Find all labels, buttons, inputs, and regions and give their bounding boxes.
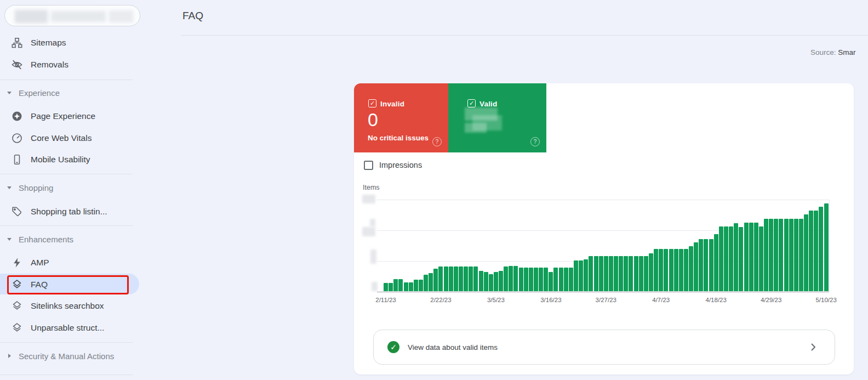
chart-bar: [749, 223, 753, 291]
chart-bar: [639, 256, 643, 291]
chart-bar: [739, 227, 743, 291]
sidebar-item-label: Sitelinks searchbox: [31, 295, 104, 317]
chart-bar: [719, 226, 723, 291]
redacted-y-tick: [370, 219, 375, 226]
chart-bar: [759, 226, 763, 291]
sidebar-item-shopping-tab-listings[interactable]: Shopping tab listin...: [0, 201, 140, 223]
sidebar-item-label: Core Web Vitals: [31, 127, 92, 149]
sidebar-item-amp[interactable]: AMP: [0, 252, 140, 274]
sidebar-item-label: Shopping tab listin...: [31, 201, 107, 223]
chart-bar: [724, 226, 728, 291]
chart-x-tick-label: 3/27/23: [596, 297, 616, 303]
chart-bar: [764, 219, 768, 291]
sidebar-item-label: Page Experience: [31, 105, 95, 127]
sidebar-item-core-web-vitals[interactable]: Core Web Vitals: [0, 127, 140, 149]
help-icon[interactable]: ?: [530, 137, 540, 146]
sidebar-divider: [0, 342, 133, 343]
chart-bar: [409, 282, 413, 291]
sidebar-item-faq[interactable]: FAQ: [0, 274, 140, 296]
sidebar-item-label: Mobile Usability: [31, 149, 90, 171]
view-valid-items-row[interactable]: ✓ View data about valid items: [373, 330, 835, 365]
redacted-y-tick: [370, 249, 376, 264]
eye-off-icon: [12, 59, 22, 70]
tag-icon: [12, 206, 22, 217]
sidebar-item-unparsable-structured-data[interactable]: Unparsable struct...: [0, 317, 140, 339]
invalid-caption: No critical issues: [368, 134, 429, 142]
sidebar-item-removals[interactable]: Removals: [0, 54, 140, 76]
property-selector[interactable]: [4, 5, 140, 26]
sidebar-item-label: Unparsable struct...: [31, 317, 104, 339]
chart-bar: [609, 256, 613, 291]
chart-bar: [553, 268, 558, 291]
chart-bar: [744, 223, 749, 291]
sidebar-item-page-experience[interactable]: Page Experience: [0, 105, 140, 127]
chart-bar: [699, 239, 703, 291]
header-divider: [181, 35, 868, 36]
chart-bar: [429, 273, 433, 291]
chart-bar: [704, 239, 708, 291]
valid-check-icon: ✓: [387, 341, 399, 353]
valid-checkbox-checked[interactable]: ✓: [467, 99, 476, 107]
invalid-label: Invalid: [380, 100, 404, 108]
chart-x-tick-label: 2/22/23: [430, 297, 451, 303]
invalid-status-card[interactable]: ✓ Invalid 0 No critical issues ?: [354, 83, 448, 152]
chart-bar: [579, 260, 583, 291]
rich-result-layers-icon: [12, 300, 22, 311]
chart-bar: [604, 256, 608, 291]
chart-x-tick-label: 5/10/23: [815, 297, 836, 303]
chevron-right-icon[interactable]: [808, 342, 818, 352]
sidebar-section-shopping[interactable]: Shopping: [0, 177, 140, 199]
source-label: Source:: [810, 48, 836, 56]
chart-bar: [814, 211, 818, 291]
sidebar-divider: [0, 174, 133, 174]
chart-x-tick-label: 4/18/23: [706, 297, 727, 303]
chart-x-tick-label: 2/11/23: [375, 297, 396, 303]
chart-bar: [564, 268, 568, 291]
chart-bar: [569, 268, 573, 291]
chevron-down-icon: [7, 92, 12, 94]
speedometer-icon: [12, 133, 22, 144]
source-line[interactable]: Source: Smar: [810, 48, 868, 56]
chart-bar: [524, 268, 528, 291]
chart-bar: [619, 256, 623, 291]
chart-bar: [398, 279, 403, 291]
chart-bar: [629, 256, 633, 291]
chart-bar: [414, 280, 418, 291]
chart-bar: [499, 271, 503, 291]
chart-bar: [484, 272, 488, 291]
chart-bar: [799, 219, 803, 291]
chart-bar: [729, 226, 733, 291]
lightning-bolt-icon: [12, 257, 22, 268]
impressions-label: Impressions: [379, 161, 422, 169]
source-value: Smar: [838, 48, 855, 56]
chart-bar: [584, 259, 588, 291]
redacted-y-tick: [362, 227, 375, 236]
chart-bar: [454, 266, 458, 291]
chart-bar: [769, 219, 773, 291]
chart-bar: [469, 266, 473, 291]
chart-bar: [709, 239, 713, 291]
valid-status-card[interactable]: ✓ Valid ?: [448, 83, 546, 152]
chart-bar: [504, 266, 508, 291]
sidebar-section-enhancements[interactable]: Enhancements: [0, 229, 140, 251]
sidebar-item-sitelinks-searchbox[interactable]: Sitelinks searchbox: [0, 295, 140, 317]
chart-bar: [489, 274, 493, 291]
smartphone-icon: [12, 154, 22, 165]
chart-bar: [809, 211, 813, 291]
chart-bar: [599, 256, 603, 291]
sidebar-item-mobile-usability[interactable]: Mobile Usability: [0, 149, 140, 171]
chart-right-axis: [829, 200, 830, 292]
chevron-right-icon: [8, 354, 11, 358]
invalid-checkbox-checked[interactable]: ✓: [368, 99, 376, 107]
page-title: FAQ: [182, 10, 203, 22]
chart-bar: [819, 207, 823, 291]
chart-x-tick-label: 4/7/23: [652, 297, 670, 303]
chart-bar: [589, 256, 593, 291]
sidebar-section-security-manual-actions[interactable]: Security & Manual Actions: [0, 345, 140, 367]
sidebar-item-sitemaps[interactable]: Sitemaps: [0, 32, 140, 54]
sidebar-section-experience[interactable]: Experience: [0, 82, 140, 104]
impressions-checkbox[interactable]: [364, 161, 373, 170]
help-icon[interactable]: ?: [432, 137, 442, 146]
chart-bar: [669, 249, 673, 291]
chart-bar: [393, 279, 398, 291]
